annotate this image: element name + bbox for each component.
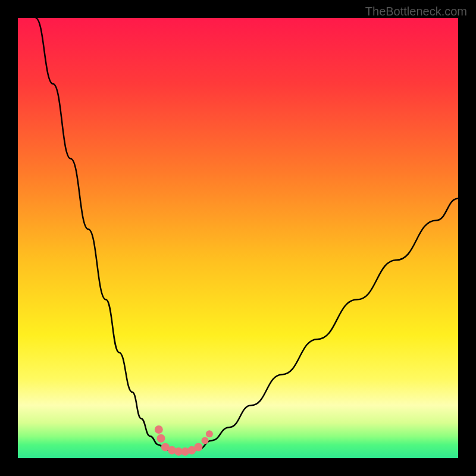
data-marker	[157, 434, 165, 443]
data-marker	[194, 443, 202, 452]
gradient-background	[18, 18, 458, 458]
data-marker	[206, 430, 213, 437]
data-marker	[155, 425, 163, 434]
watermark-text: TheBottleneck.com	[365, 5, 467, 18]
chart-area	[18, 18, 458, 458]
data-marker	[202, 437, 209, 444]
chart-svg	[18, 18, 458, 458]
